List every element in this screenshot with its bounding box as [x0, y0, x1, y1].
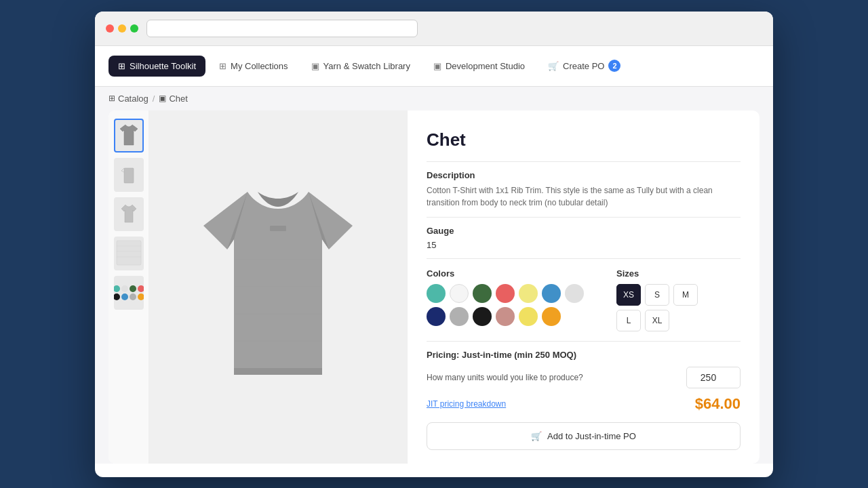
swatch-dot [114, 285, 120, 292]
nav-collections-label: My Collections [231, 61, 288, 71]
swatch-gray[interactable] [450, 307, 469, 326]
nav-silhouette-toolkit[interactable]: ⊞ Silhouette Toolkit [108, 56, 205, 77]
divider-4 [427, 341, 741, 342]
divider-3 [427, 258, 741, 259]
swatch-lightgray[interactable] [565, 284, 584, 303]
product-main-image [149, 110, 407, 464]
divider-2 [427, 217, 741, 218]
swatch-white[interactable] [450, 284, 469, 303]
browser-chrome [95, 12, 773, 46]
product-title: Chet [427, 129, 741, 150]
svg-rect-1 [117, 241, 141, 265]
cart-icon-btn: 🛒 [531, 431, 542, 441]
swatch-teal[interactable] [427, 284, 446, 303]
swatch-coral[interactable] [496, 284, 515, 303]
collections-icon: ⊞ [219, 61, 226, 71]
breadcrumb-catalog-label: Catalog [118, 94, 149, 104]
thumbnail-2[interactable] [114, 158, 144, 192]
product-details: Chet Description Cotton T-Shirt with 1x1… [407, 110, 760, 464]
jit-pricing-link[interactable]: JIT pricing breakdown [427, 399, 506, 409]
swatch-lightyellow[interactable] [519, 284, 538, 303]
breadcrumb-chet-label: Chet [169, 94, 187, 104]
swatch-dot [121, 285, 128, 292]
swatch-dot [114, 293, 120, 300]
swatch-dot [130, 293, 136, 300]
size-xl[interactable]: XL [645, 310, 669, 331]
colors-label: Colors [427, 268, 589, 279]
nav-development-studio[interactable]: ▣ Development Studio [424, 56, 534, 77]
close-button[interactable] [106, 24, 114, 33]
divider-1 [427, 161, 741, 162]
quantity-row: How many units would you like to produce… [427, 367, 741, 388]
description-label: Description [427, 170, 741, 180]
swatch-black[interactable] [473, 307, 492, 326]
po-badge: 2 [608, 60, 620, 72]
app-container: ⊞ Silhouette Toolkit ⊞ My Collections ▣ … [95, 46, 773, 464]
nav-development-label: Development Studio [446, 61, 525, 71]
gauge-label: Gauge [427, 226, 741, 236]
breadcrumb-catalog[interactable]: ⊞ Catalog [108, 94, 149, 104]
swatch-dot [130, 285, 136, 292]
price-link-row: JIT pricing breakdown $64.00 [427, 395, 741, 413]
nav-collections[interactable]: ⊞ My Collections [210, 56, 298, 77]
swatch-mauve[interactable] [496, 307, 515, 326]
swatch-dot [121, 293, 128, 300]
breadcrumb-separator: / [153, 94, 155, 104]
product-area: Chet Description Cotton T-Shirt with 1x1… [108, 110, 760, 464]
nav-yarn-label: Yarn & Swatch Library [323, 61, 410, 71]
development-icon: ▣ [433, 61, 441, 71]
nav-bar: ⊞ Silhouette Toolkit ⊞ My Collections ▣ … [95, 46, 773, 87]
price-display: $64.00 [695, 395, 741, 413]
traffic-lights [106, 24, 138, 33]
minimize-button[interactable] [118, 24, 126, 33]
color-swatches [427, 284, 589, 326]
thumbnail-1[interactable] [114, 119, 144, 152]
sizes-label: Sizes [616, 268, 698, 279]
thumbnail-3[interactable] [114, 197, 144, 231]
size-s[interactable]: S [645, 284, 669, 306]
swatch-blue[interactable] [542, 284, 561, 303]
swatch-orange[interactable] [542, 307, 561, 326]
thumbnail-5[interactable] [114, 276, 144, 310]
gauge-value: 15 [427, 240, 741, 250]
colors-section: Colors [427, 268, 589, 326]
swatch-dot [138, 293, 144, 300]
catalog-icon: ⊞ [108, 94, 115, 103]
quantity-label: How many units would you like to produce… [427, 373, 583, 382]
silhouette-icon: ⊞ [118, 61, 125, 71]
thumbnail-4[interactable] [114, 237, 144, 270]
address-bar[interactable] [146, 20, 418, 37]
breadcrumb: ⊞ Catalog / ▣ Chet [95, 87, 773, 110]
swatch-navy[interactable] [427, 307, 446, 326]
nav-silhouette-label: Silhouette Toolkit [130, 61, 196, 71]
svg-rect-9 [270, 226, 286, 231]
swatch-dot [138, 285, 144, 292]
thumbnail-rail [108, 110, 149, 464]
size-l[interactable]: L [616, 310, 641, 331]
quantity-input[interactable] [686, 367, 741, 388]
pricing-label: Pricing: Just-in-time (min 250 MOQ) [427, 350, 741, 360]
size-buttons: XS S M L XL [616, 284, 698, 331]
yarn-icon: ▣ [311, 61, 319, 71]
swatch-grid-thumb [114, 285, 144, 300]
svg-rect-0 [124, 168, 134, 183]
size-m[interactable]: M [673, 284, 698, 306]
colors-sizes-row: Colors [427, 268, 741, 331]
nav-yarn-library[interactable]: ▣ Yarn & Swatch Library [302, 56, 420, 77]
nav-create-po[interactable]: 🛒 Create PO 2 [538, 54, 630, 77]
nav-create-po-label: Create PO [563, 61, 604, 71]
pricing-section: Pricing: Just-in-time (min 250 MOQ) How … [427, 350, 741, 450]
add-to-po-label: Add to Just-in-time PO [547, 431, 636, 441]
sizes-section: Sizes XS S M L XL [616, 268, 698, 331]
cart-icon: 🛒 [548, 61, 559, 71]
chet-icon: ▣ [159, 94, 166, 103]
swatch-lightyellow2[interactable] [519, 307, 538, 326]
description-text: Cotton T-Shirt with 1x1 Rib Trim. This s… [427, 184, 741, 209]
breadcrumb-chet[interactable]: ▣ Chet [159, 94, 187, 104]
maximize-button[interactable] [130, 24, 138, 33]
add-to-po-button[interactable]: 🛒 Add to Just-in-time PO [427, 422, 741, 450]
swatch-darkgreen[interactable] [473, 284, 492, 303]
size-xs[interactable]: XS [616, 284, 641, 306]
